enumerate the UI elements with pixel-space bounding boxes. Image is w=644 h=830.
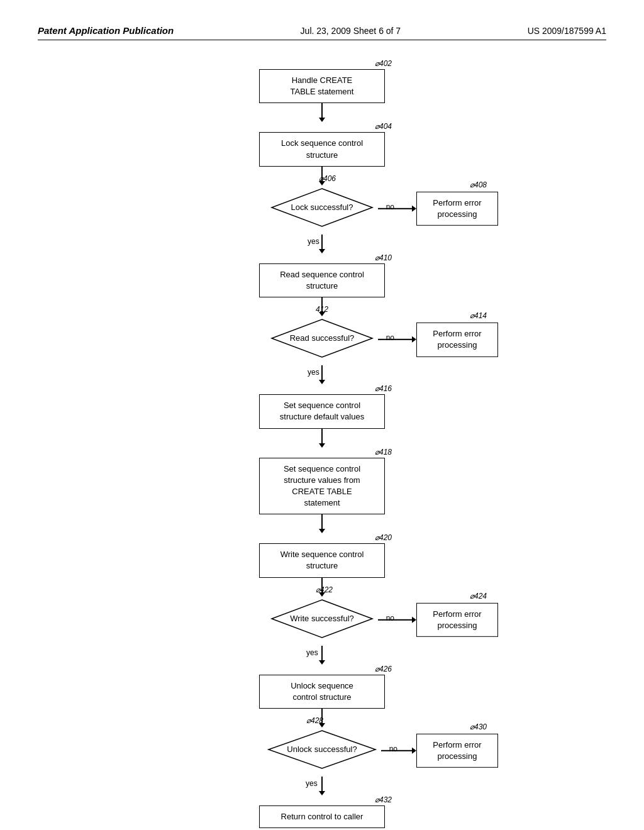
svg-text:Unlock successful?: Unlock successful? xyxy=(287,744,357,754)
header-date-sheet: Jul. 23, 2009 Sheet 6 of 7 xyxy=(301,26,401,36)
ref-404: ⌀404 xyxy=(375,122,392,131)
diamond-shape-428: Unlock successful? xyxy=(265,728,379,772)
ref-428: ⌀428 xyxy=(306,716,323,725)
diamond-422: ⌀422 Write successful? yes no xyxy=(269,597,375,643)
box-402: Handle CREATE TABLE statement xyxy=(259,69,385,103)
ref-408: ⌀408 xyxy=(470,180,487,189)
side-connector-430: ⌀430 Perform error processing xyxy=(381,734,498,768)
ref-414: ⌀414 xyxy=(470,311,487,320)
ref-416: ⌀416 xyxy=(375,384,392,393)
header-publication: Patent Application Publication xyxy=(38,25,174,36)
box-424: Perform error processing xyxy=(416,602,498,636)
ref-418: ⌀418 xyxy=(375,448,392,456)
ref-432: ⌀432 xyxy=(375,795,392,804)
box-430: Perform error processing xyxy=(416,734,498,768)
arrow-422-426 xyxy=(319,646,325,665)
arrow-412-416 xyxy=(319,365,325,384)
header: Patent Application Publication Jul. 23, … xyxy=(38,25,606,40)
box-418: Set sequence control structure values fr… xyxy=(259,458,385,515)
step-416: ⌀416 Set sequence control structure defa… xyxy=(133,384,511,447)
label-yes-428: yes xyxy=(306,779,318,788)
diamond-428: ⌀428 Unlock successful? yes no xyxy=(265,728,379,774)
step-412: 412 Read successful? yes no ⌀41 xyxy=(133,316,511,384)
diamond-shape-412: Read successful? xyxy=(269,316,375,360)
ref-422: ⌀422 xyxy=(316,585,333,594)
ref-430: ⌀430 xyxy=(470,722,487,731)
step-406: ⌀406 Lock successful? yes no xyxy=(133,185,511,253)
step-428: ⌀428 Unlock successful? yes no xyxy=(133,728,511,795)
flowchart: ⌀402 Handle CREATE TABLE statement ⌀404 … xyxy=(133,59,511,828)
label-yes-406: yes xyxy=(308,237,319,246)
ref-424: ⌀424 xyxy=(470,591,487,600)
side-connector-414: ⌀414 Perform error processing xyxy=(378,323,498,357)
diamond-412: 412 Read successful? yes no xyxy=(269,316,375,363)
label-yes-422: yes xyxy=(306,648,318,657)
arrow-406-410 xyxy=(319,235,325,253)
ref-426: ⌀426 xyxy=(375,665,392,673)
ref-420: ⌀420 xyxy=(375,533,392,542)
box-432: Return control to caller xyxy=(259,805,385,828)
ref-406: ⌀406 xyxy=(319,174,336,183)
box-426: Unlock sequence control structure xyxy=(259,675,385,709)
arrow-402-404 xyxy=(319,103,325,122)
side-connector-408: ⌀408 Perform error processing xyxy=(378,192,498,226)
svg-text:Write successful?: Write successful? xyxy=(290,614,354,623)
diamond-shape-406: Lock successful? xyxy=(269,185,375,230)
step-432: ⌀432 Return control to caller xyxy=(133,795,511,828)
box-408: Perform error processing xyxy=(416,192,498,226)
box-414: Perform error processing xyxy=(416,323,498,357)
ref-410: ⌀410 xyxy=(375,253,392,262)
page: Patent Application Publication Jul. 23, … xyxy=(0,0,644,830)
diagram-container: ⌀402 Handle CREATE TABLE statement ⌀404 … xyxy=(38,59,606,830)
step-418: ⌀418 Set sequence control structure valu… xyxy=(133,448,511,534)
side-connector-424: ⌀424 Perform error processing xyxy=(378,602,498,636)
step-422: ⌀422 Write successful? yes no ⌀ xyxy=(133,597,511,665)
ref-412: 412 xyxy=(316,305,328,314)
box-404: Lock sequence control structure xyxy=(259,132,385,166)
diamond-shape-422: Write successful? xyxy=(269,597,375,641)
label-yes-412: yes xyxy=(308,368,319,377)
diamond-406: ⌀406 Lock successful? yes no xyxy=(269,185,375,232)
arrow-428-432 xyxy=(319,777,325,795)
header-patent-num: US 2009/187599 A1 xyxy=(528,26,606,36)
step-402: ⌀402 Handle CREATE TABLE statement xyxy=(133,59,511,122)
svg-text:Lock successful?: Lock successful? xyxy=(291,202,353,212)
box-416: Set sequence control structure default v… xyxy=(259,394,385,428)
box-410: Read sequence control structure xyxy=(259,263,385,297)
box-420: Write sequence control structure xyxy=(259,543,385,577)
arrow-418-420 xyxy=(319,514,325,533)
svg-text:Read successful?: Read successful? xyxy=(290,333,355,343)
arrow-416-418 xyxy=(319,429,325,448)
ref-402: ⌀402 xyxy=(375,59,392,68)
